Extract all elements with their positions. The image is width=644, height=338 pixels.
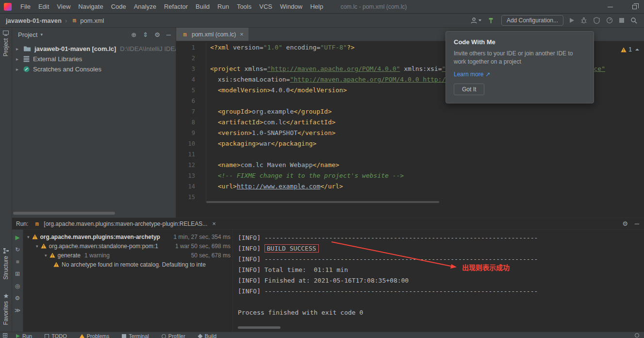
chevron-right-icon[interactable]: ▸ — [16, 46, 23, 51]
project-tree-item[interactable]: ▸Scratches and Consoles — [12, 64, 176, 74]
console-line: Process finished with exit code 0 — [238, 307, 644, 318]
collapse-all-icon[interactable]: ⇕ — [143, 32, 148, 38]
window-controls — [606, 0, 638, 14]
run-tree-label: No archetype found in remote catalog. De… — [62, 261, 206, 268]
close-icon[interactable]: × — [240, 31, 244, 38]
stop-icon[interactable]: ■ — [16, 259, 19, 265]
stop-icon[interactable] — [619, 18, 624, 23]
restore-layout-icon[interactable]: ⊞ — [15, 271, 20, 277]
settings-icon[interactable]: ⚙ — [622, 220, 628, 227]
menu-view[interactable]: View — [53, 0, 74, 14]
tool-window-project-button[interactable]: Project — [2, 31, 9, 56]
notifications-icon[interactable] — [635, 332, 644, 338]
chevron-right-icon[interactable]: ▸ — [16, 56, 23, 62]
menu-edit[interactable]: Edit — [34, 0, 53, 14]
project-horizontal-scrollbar[interactable] — [13, 212, 115, 215]
project-tool-icon — [3, 31, 9, 36]
build-hammer-icon[interactable] — [488, 17, 495, 24]
hide-panel-icon[interactable]: ─ — [635, 220, 639, 227]
tool-window-switcher-icon[interactable] — [3, 332, 7, 338]
chevron-up-icon — [635, 49, 639, 51]
run-tree-item[interactable]: No archetype found in remote catalog. De… — [23, 260, 232, 269]
statusbar-item-problems[interactable]: Problems — [80, 332, 109, 338]
minimize-button[interactable] — [606, 3, 614, 11]
statusbar-item-build[interactable]: Build — [198, 332, 216, 338]
statusbar-item-run[interactable]: Run — [16, 332, 32, 338]
breadcrumb-separator-icon: › — [65, 17, 67, 24]
statusbar-item-profiler[interactable]: Profiler — [162, 332, 185, 338]
locate-icon[interactable]: ⊕ — [131, 32, 136, 38]
add-configuration-button[interactable]: Add Configuration... — [501, 15, 563, 26]
restore-button[interactable] — [630, 3, 638, 11]
project-tree-item[interactable]: ▸External Libraries — [12, 54, 176, 64]
inspections-widget[interactable]: 1 — [621, 44, 639, 55]
menu-navigate[interactable]: Navigate — [74, 0, 107, 14]
idea-window: FileEditViewNavigateCodeAnalyzeRefactorB… — [0, 0, 644, 338]
rerun-icon[interactable]: ▶ — [15, 235, 19, 240]
tool-window-structure-button[interactable]: Structure — [2, 248, 9, 280]
menu-run[interactable]: Run — [214, 0, 233, 14]
project-tree-item[interactable]: ▸javaweb-01-maven [com.lc]D:\IDEA\Intell… — [12, 44, 176, 54]
code-text: <name>com.lc Maven Webapp</name> — [206, 160, 339, 170]
console-line: [INFO] Total time: 01:11 min — [238, 265, 644, 275]
menu-file[interactable]: File — [17, 0, 34, 14]
run-tree-item[interactable]: ▾generate1 warning50 sec, 678 ms — [23, 251, 232, 260]
strip-label-structure: Structure — [2, 256, 9, 280]
menu-refactor[interactable]: Refactor — [160, 0, 192, 14]
editor-tab-title: pom.xml (com.lc) — [192, 31, 236, 38]
settings-icon[interactable]: ⚙ — [15, 295, 20, 301]
menu-analyze[interactable]: Analyze — [130, 0, 160, 14]
warning-icon — [41, 243, 47, 249]
chevron-down-icon[interactable]: ▾ — [27, 235, 30, 239]
breadcrumb-project[interactable]: javaweb-01-maven — [6, 17, 62, 24]
statusbar-label: Build — [205, 333, 216, 338]
chevron-down-icon[interactable]: ▾ — [40, 32, 43, 37]
chevron-right-icon[interactable]: ▸ — [16, 67, 23, 72]
run-icon[interactable] — [570, 18, 574, 23]
run-toolbar: ▶↻■⊞◎⚙≫ — [12, 230, 23, 332]
close-icon[interactable]: × — [212, 220, 216, 227]
run-tab[interactable]: m [org.apache.maven.plugins:maven-archet… — [33, 220, 215, 228]
run-console[interactable]: [INFO] ---------------------------------… — [233, 230, 644, 332]
statusbar-item-todo[interactable]: TODO — [45, 332, 67, 338]
run-tree-item[interactable]: ▾org.apache.maven:standalone-pom:pom:11 … — [23, 241, 232, 251]
collapse-all-icon[interactable]: ≫ — [15, 307, 21, 313]
menu-vcs[interactable]: VCS — [255, 0, 276, 14]
settings-icon[interactable]: ⚙ — [154, 32, 160, 38]
debug-icon[interactable] — [580, 17, 587, 24]
chevron-down-icon[interactable]: ▾ — [45, 253, 47, 258]
project-panel-title[interactable]: Project — [18, 31, 37, 38]
statusbar-item-terminal[interactable]: Terminal — [122, 332, 149, 338]
menu-code[interactable]: Code — [107, 0, 130, 14]
code-line: 14 <url>http://www.example.com</url> — [176, 181, 644, 192]
code-text: <url>http://www.example.com</url> — [206, 181, 343, 192]
line-number: 6 — [176, 96, 206, 106]
rerun-failed-icon[interactable]: ↻ — [15, 247, 20, 253]
coverage-icon[interactable] — [594, 17, 600, 24]
run-tree-label: org.apache.maven:standalone-pom:pom:1 — [49, 243, 158, 250]
line-number: 12 — [176, 160, 206, 170]
terminal-icon — [122, 334, 126, 338]
pin-tab-icon[interactable]: ◎ — [15, 283, 20, 289]
editor-tab-pom[interactable]: m pom.xml (com.lc) × — [176, 28, 248, 41]
breadcrumb-file[interactable]: pom.xml — [80, 17, 104, 24]
maven-icon: m — [33, 220, 41, 228]
learn-more-link[interactable]: Learn more ↗ — [454, 71, 490, 78]
popup-body: Invite others to your IDE or join anothe… — [454, 50, 586, 66]
run-tree-item[interactable]: ▾org.apache.maven.plugins:maven-archetyp… — [23, 232, 232, 241]
console-horizontal-scrollbar[interactable] — [238, 326, 281, 329]
code-line: 9 <version>1.0-SNAPSHOT</version> — [176, 128, 644, 138]
profiler-icon[interactable] — [606, 17, 613, 24]
search-everywhere-icon[interactable] — [630, 17, 637, 24]
hide-panel-icon[interactable]: ─ — [166, 32, 171, 38]
code-with-me-user-icon[interactable] — [470, 17, 481, 24]
chevron-down-icon[interactable]: ▾ — [36, 244, 38, 249]
menu-build[interactable]: Build — [192, 0, 214, 14]
menu-tools[interactable]: Tools — [233, 0, 255, 14]
window-title: com.lc - pom.xml (com.lc) — [301, 0, 446, 14]
run-body: ▶↻■⊞◎⚙≫ ▾org.apache.maven.plugins:maven-… — [12, 230, 644, 332]
got-it-button[interactable]: Got It — [454, 84, 484, 95]
libraries-icon — [23, 56, 30, 62]
tool-window-favorites-button[interactable]: Favorites — [2, 293, 9, 325]
editor-horizontal-scrollbar[interactable] — [206, 201, 439, 203]
